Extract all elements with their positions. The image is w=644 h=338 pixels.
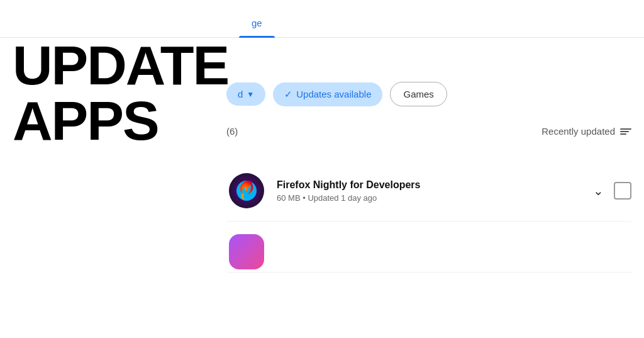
app-actions-firefox: ⌄ xyxy=(593,182,631,200)
sort-control[interactable]: Recently updated xyxy=(541,126,631,137)
checkmark-icon: ✓ xyxy=(284,89,292,100)
updates-available-filter-button[interactable]: ✓ Updates available xyxy=(273,82,382,106)
app-info-second xyxy=(277,251,631,253)
tab-manage[interactable]: ge xyxy=(239,9,275,37)
second-app-logo-icon xyxy=(229,234,264,269)
firefox-logo-icon xyxy=(229,173,264,208)
filter-row: d ▼ ✓ Updates available Games xyxy=(226,82,631,106)
table-row xyxy=(226,222,631,273)
chevron-down-icon: ▼ xyxy=(247,90,254,99)
select-checkbox[interactable] xyxy=(614,182,631,200)
count-sort-row: (6) Recently updated xyxy=(226,126,631,137)
app-list: Firefox Nightly for Developers 60 MB • U… xyxy=(226,161,631,273)
page-title: UPDATE APPS xyxy=(13,38,228,149)
app-icon-second xyxy=(226,232,267,272)
app-name: Firefox Nightly for Developers xyxy=(277,179,583,191)
sort-icon xyxy=(620,128,631,135)
games-filter-button[interactable]: Games xyxy=(390,82,447,106)
app-meta: 60 MB • Updated 1 day ago xyxy=(277,193,583,203)
expand-chevron-icon[interactable]: ⌄ xyxy=(593,183,604,198)
app-icon-firefox xyxy=(226,171,267,211)
sort-label: Recently updated xyxy=(541,126,615,137)
app-info-firefox: Firefox Nightly for Developers 60 MB • U… xyxy=(277,179,583,203)
dropdown-filter-button[interactable]: d ▼ xyxy=(226,82,265,106)
table-row: Firefox Nightly for Developers 60 MB • U… xyxy=(226,161,631,222)
tab-bar: ge xyxy=(0,0,644,38)
